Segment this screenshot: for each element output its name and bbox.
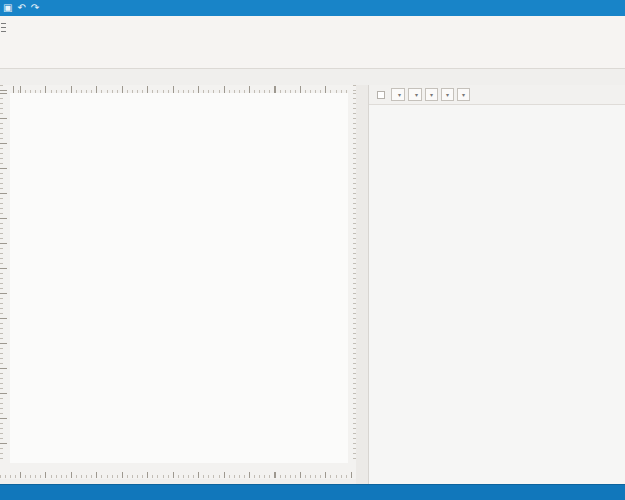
mini-dropdown-1[interactable]: ▾ [425,88,438,101]
ruler-bottom [0,463,356,479]
ribbon-toolbar [0,16,625,69]
polar-contour-view [391,105,625,484]
mini-dropdown-3[interactable]: ▾ [457,88,470,101]
detailkontur-pane: ▾ ▾ ▾ ▾ ▾ [368,85,625,484]
chevron-down-icon: ▾ [415,89,418,101]
ruler-top [10,85,348,93]
contour-drawing [10,93,348,463]
chevron-down-icon: ▾ [398,89,401,101]
mini-dropdown-2[interactable]: ▾ [441,88,454,101]
plankontur-pane [0,85,356,463]
pane-splitter[interactable] [356,85,368,484]
tab-row [0,69,625,85]
polar-view-body [369,105,625,484]
app-window: ▣ ↶ ↷ ▾ ▾ ▾ ▾ ▾ [0,0,625,500]
title-bar: ▣ ↶ ↷ [0,0,625,16]
status-bar [0,484,625,500]
menu-icon[interactable] [0,20,8,50]
detail-toolbar: ▾ ▾ ▾ ▾ ▾ [369,85,625,105]
elemente-dropdown[interactable]: ▾ [391,88,405,101]
ansicht-dropdown[interactable]: ▾ [408,88,422,101]
ruler-left [0,85,10,463]
3d-checkbox[interactable] [377,91,385,99]
ruler-right [348,85,356,463]
window-title [0,0,625,16]
